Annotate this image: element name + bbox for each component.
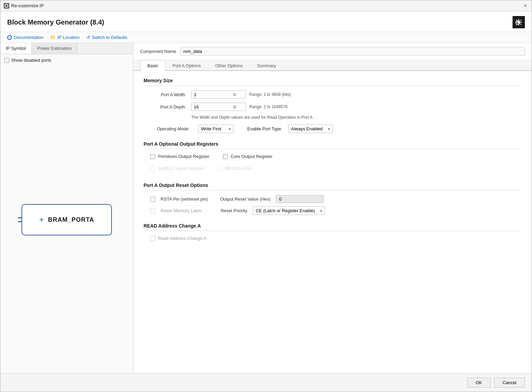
output-reset-value-label: Output Reset Value (Hex)	[220, 197, 270, 202]
regcea-pin-checkbox	[218, 166, 222, 171]
read-address-change-a-label: Read Address Change A	[158, 236, 206, 241]
port-a-output-reset-title: Port A Output Reset Options	[144, 183, 521, 190]
show-disabled-ports-checkbox[interactable]	[4, 58, 9, 63]
refresh-icon: ↺	[86, 35, 90, 40]
documentation-link[interactable]: i Documentation	[7, 35, 43, 40]
tab-ip-symbol[interactable]: IP Symbol	[0, 43, 32, 54]
port-a-width-label: Port A Width	[144, 92, 188, 97]
regcea-pin-label: REGCEA Pin	[225, 166, 251, 171]
port-a-output-registers-title: Port A Optional Output Registers	[144, 141, 521, 149]
switch-defaults-label: Switch to Defaults	[92, 35, 127, 40]
right-panel: Component Name Basic Port A Options Othe…	[133, 43, 532, 373]
reset-memory-latch-label: Reset Memory Latch	[161, 208, 202, 213]
titlebar-left: Re-customize IP	[4, 3, 44, 9]
app-icon	[4, 3, 9, 9]
bram-plus-icon: +	[39, 215, 44, 224]
operating-mode-select-container: Write First Read First No Change	[198, 125, 234, 133]
titlebar-title: Re-customize IP	[11, 3, 44, 8]
primitives-output-register-row: Primitives Output Register	[150, 154, 209, 159]
core-output-register-label: Core Output Register	[231, 154, 272, 159]
output-reset-value-input	[276, 195, 324, 203]
enable-port-type-select[interactable]: Always Enabled Use ENA Pin	[288, 125, 333, 133]
main-window: Re-customize IP × Block Memory Generator…	[0, 0, 532, 392]
port-a-depth-clear-button[interactable]: ⊗	[233, 104, 237, 110]
folder-icon: 📁	[50, 35, 56, 40]
tab-port-a-options[interactable]: Port A Options	[165, 60, 208, 71]
read-address-change-a-checkbox	[150, 236, 155, 241]
ip-location-label: IP Location	[57, 35, 79, 40]
ok-button[interactable]: OK	[467, 378, 491, 388]
core-output-register-checkbox[interactable]	[223, 154, 228, 159]
softecc-input-register-checkbox	[150, 166, 155, 171]
main-header: Block Memory Generator (8.4) ⬡	[0, 11, 532, 32]
memory-size-title: Memory Size	[144, 78, 521, 86]
port-a-depth-row: Port A Depth ⊗ Range: 2 to 1048576	[144, 103, 521, 111]
reset-priority-label: Reset Priority	[221, 208, 247, 213]
reset-memory-latch-checkbox	[150, 208, 155, 213]
reset-priority-select[interactable]: CE (Latch or Register Enable) SR (Set/Re…	[253, 206, 325, 215]
tab-power-estimation[interactable]: Power Estimation	[32, 43, 77, 54]
regcea-pin-row: REGCEA Pin	[218, 166, 251, 171]
width-depth-info: The Width and Depth values are used for …	[144, 115, 521, 120]
reset-memory-latch-row: Reset Memory Latch Reset Priority CE (La…	[144, 206, 521, 215]
component-name-row: Component Name	[133, 43, 532, 60]
port-a-depth-input[interactable]	[194, 104, 231, 110]
xilinx-logo: ⬡	[513, 16, 525, 28]
rsta-pin-row: RSTA Pin (set/reset pin) Output Reset Va…	[144, 195, 521, 203]
main-title: Block Memory Generator (8.4)	[7, 18, 104, 26]
close-button[interactable]: ×	[522, 3, 528, 9]
primitives-output-register-checkbox[interactable]	[150, 154, 155, 159]
softecc-input-register-row: SoftECC Input Register	[150, 166, 204, 171]
handle-line-2	[18, 221, 21, 222]
bottom-bar: OK Cancel	[0, 373, 532, 392]
port-a-width-range: Range: 1 to 4608 (bits)	[249, 92, 291, 97]
show-disabled-ports-label: Show disabled ports	[11, 58, 51, 63]
read-address-change-a-row: Read Address Change A	[144, 236, 521, 241]
bram-symbol: + BRAM_PORTA	[21, 204, 112, 235]
port-a-width-input-wrap: ⊗	[191, 90, 246, 99]
enable-port-type-select-container: Always Enabled Use ENA Pin	[288, 125, 333, 133]
ip-location-link[interactable]: 📁 IP Location	[50, 35, 79, 40]
reset-priority-select-container: CE (Latch or Register Enable) SR (Set/Re…	[253, 206, 325, 215]
tab-other-options[interactable]: Other Options	[208, 60, 250, 71]
port-a-depth-range: Range: 2 to 1048576	[249, 104, 287, 109]
tab-summary[interactable]: Summary	[250, 60, 283, 71]
left-panel-tabs: IP Symbol Power Estimation	[0, 43, 133, 54]
main-tabs-row: Basic Port A Options Other Options Summa…	[133, 60, 532, 71]
operating-mode-label: Operating Mode	[147, 126, 191, 131]
bram-handles	[18, 217, 21, 222]
show-disabled-ports-row: Show disabled ports	[0, 54, 133, 66]
content-area: IP Symbol Power Estimation Show disabled…	[0, 43, 532, 373]
tab-content: Memory Size Port A Width ⊗ Range: 1 to 4…	[133, 71, 532, 373]
port-a-width-clear-button[interactable]: ⊗	[233, 92, 237, 97]
documentation-label: Documentation	[14, 35, 43, 40]
operating-mode-row: Operating Mode Write First Read First No…	[144, 125, 521, 133]
softecc-input-register-label: SoftECC Input Register	[158, 166, 204, 171]
cancel-button[interactable]: Cancel	[494, 378, 525, 388]
tab-basic[interactable]: Basic	[140, 60, 165, 71]
svg-rect-1	[5, 5, 8, 7]
port-a-depth-label: Port A Depth	[144, 104, 188, 110]
port-a-depth-input-wrap: ⊗	[191, 103, 246, 111]
component-name-label: Component Name	[140, 49, 176, 54]
port-a-width-row: Port A Width ⊗ Range: 1 to 4608 (bits)	[144, 90, 521, 99]
switch-defaults-link[interactable]: ↺ Switch to Defaults	[86, 35, 127, 40]
rsta-pin-label: RSTA Pin (set/reset pin)	[161, 197, 208, 202]
read-address-change-a-title: READ Address Change A	[144, 223, 521, 231]
titlebar: Re-customize IP ×	[0, 0, 532, 11]
bram-label: BRAM_PORTA	[48, 216, 94, 223]
ip-symbol-area: + BRAM_PORTA	[0, 66, 133, 373]
rsta-pin-checkbox[interactable]	[150, 197, 155, 202]
handle-line-1	[18, 217, 21, 218]
left-panel: IP Symbol Power Estimation Show disabled…	[0, 43, 133, 373]
toolbar: i Documentation 📁 IP Location ↺ Switch t…	[0, 32, 532, 43]
info-icon: i	[7, 35, 12, 40]
primitives-output-register-label: Primitives Output Register	[158, 154, 209, 159]
component-name-input[interactable]	[180, 47, 525, 56]
port-a-width-input[interactable]	[194, 92, 231, 97]
enable-port-type-label: Enable Port Type	[247, 126, 281, 131]
operating-mode-select[interactable]: Write First Read First No Change	[198, 125, 234, 133]
core-output-register-row: Core Output Register	[223, 154, 272, 159]
